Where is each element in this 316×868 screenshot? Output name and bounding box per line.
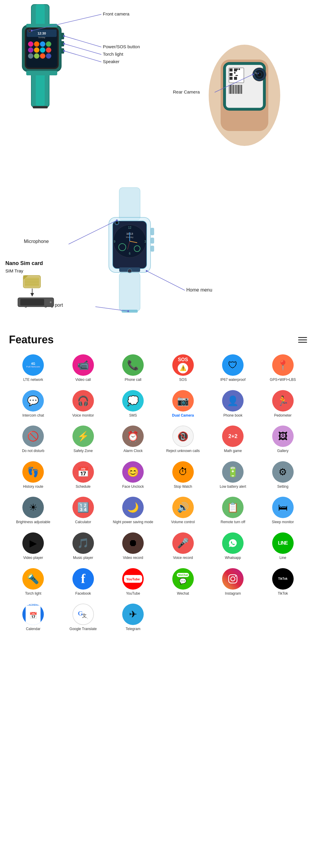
icon-label-volume-control: Volume control: [171, 520, 195, 525]
icon-item-lte: 4G Full Netcom LTE network: [9, 352, 58, 385]
icon-label-tiktok: TikTok: [278, 591, 288, 596]
icon-item-voice-monitor: 🎧 Voice monitor: [59, 388, 108, 421]
icon-circle-gps: 📍: [272, 354, 294, 376]
icon-item-google-translate: G 文 Google Translate: [59, 601, 108, 634]
svg-point-32: [31, 30, 32, 32]
icon-label-line: Line: [279, 556, 286, 560]
hamburger-line-2: [298, 339, 307, 340]
svg-rect-64: [238, 85, 239, 94]
icon-item-video-record: ⏺ Video record: [109, 530, 157, 563]
svg-point-126: [231, 577, 235, 581]
svg-rect-58: [230, 85, 231, 94]
icon-item-voice-record: 🎤 Voice record: [159, 530, 207, 563]
svg-point-72: [255, 72, 257, 74]
icon-circle-telegram: ✈: [122, 603, 144, 625]
svg-point-13: [34, 48, 39, 53]
icon-item-youtube: YouTube YouTube: [109, 566, 157, 598]
icon-circle-dual-camera: 📷: [172, 390, 194, 411]
icon-circle-video-call: 📹: [73, 354, 94, 376]
svg-text:Rear Camera: Rear Camera: [173, 89, 200, 94]
icon-circle-gallery: 🖼: [272, 426, 294, 447]
icon-circle-torch: 🔦: [22, 568, 44, 590]
icon-item-dual-camera: 📷 Dual Camera: [159, 388, 207, 421]
hamburger-menu[interactable]: [298, 337, 307, 343]
svg-rect-63: [237, 85, 238, 94]
icon-circle-calendar: CALENDAR 📅: [22, 603, 44, 625]
icon-label-video-call: Video call: [76, 378, 91, 382]
icon-label-math-game: Math game: [224, 449, 242, 454]
icon-circle-instagram: [222, 568, 243, 590]
svg-point-102: [127, 310, 129, 312]
icon-circle-stopwatch: ⏱: [172, 461, 194, 483]
svg-rect-66: [241, 85, 242, 94]
icon-label-dual-camera: Dual Camera: [172, 413, 194, 418]
icon-circle-whatsapp: [222, 532, 243, 554]
icon-label-ip67: IP67 waterproof: [220, 378, 246, 382]
icon-label-lte: LTE network: [23, 378, 43, 382]
svg-rect-95: [122, 310, 138, 313]
svg-rect-111: [25, 278, 39, 286]
svg-point-34: [63, 35, 65, 37]
icon-circle-intercom: 💬: [22, 390, 44, 411]
icon-label-stopwatch: Stop Watch: [174, 485, 192, 489]
svg-text:Nano Sim card: Nano Sim card: [5, 260, 43, 266]
svg-rect-61: [235, 85, 235, 94]
svg-rect-28: [33, 106, 48, 108]
svg-text:Speaker: Speaker: [103, 59, 119, 64]
svg-line-39: [64, 51, 102, 62]
icon-item-pedometer: 🏃 Pedometer: [259, 388, 307, 421]
svg-point-105: [116, 219, 118, 221]
icon-label-whatsapp: Whatsapp: [225, 556, 241, 560]
icon-item-gps: 📍 GPS+WIFI+LBS: [259, 352, 307, 385]
svg-rect-50: [236, 68, 238, 70]
icon-label-facebook: Facebook: [75, 591, 91, 596]
svg-rect-94: [119, 273, 140, 311]
icon-item-reject-calls: 📵 Reject unknown calls: [159, 423, 207, 456]
annotation-front-camera: Front camera: [103, 11, 130, 17]
svg-point-12: [28, 48, 33, 53]
svg-rect-52: [234, 72, 235, 73]
svg-point-127: [235, 576, 236, 577]
icon-label-phone-book: Phone book: [223, 413, 242, 418]
icon-circle-sms: 💭: [122, 390, 144, 411]
icon-circle-reject-calls: 📵: [172, 426, 194, 447]
icon-item-calendar: CALENDAR 📅 Calendar: [9, 601, 58, 634]
icon-circle-schedule: 📅: [73, 461, 94, 483]
svg-rect-65: [240, 85, 240, 94]
icon-circle-phone-book: 👤: [222, 390, 243, 411]
icon-label-youtube: YouTube: [126, 591, 140, 596]
icon-item-remote-turnoff: 📋 Remote turn off: [209, 494, 257, 527]
icon-label-gallery: Gallery: [277, 449, 289, 454]
svg-line-121: [147, 271, 185, 290]
svg-rect-56: [234, 77, 237, 80]
svg-point-10: [40, 41, 45, 47]
svg-rect-47: [230, 68, 232, 71]
icon-circle-history-route: 👣: [22, 461, 44, 483]
svg-point-100: [116, 221, 118, 224]
icon-circle-voice-monitor: 🎧: [73, 390, 94, 411]
svg-point-37: [63, 43, 65, 45]
icon-item-tiktok: TikTok TikTok: [259, 566, 307, 598]
icon-item-sms: 💭 SMS: [109, 388, 157, 421]
icon-item-telegram: ✈ Telegram: [109, 601, 157, 634]
svg-marker-117: [30, 293, 34, 297]
svg-point-75: [252, 73, 254, 75]
icon-circle-night-power: 🌙: [122, 497, 144, 518]
icon-label-gps: GPS+WIFI+LBS: [270, 378, 296, 382]
icon-circle-google-translate: G 文: [73, 603, 94, 625]
icon-item-setting: ⚙ Setting: [259, 459, 307, 492]
svg-text:6: 6: [129, 252, 131, 255]
svg-text:Sunday: Sunday: [38, 36, 45, 39]
svg-rect-57: [229, 85, 230, 94]
svg-rect-119: [20, 299, 44, 306]
icon-circle-lte: 4G Full Netcom: [22, 354, 44, 376]
icon-circle-music-player: 🎵: [73, 532, 94, 554]
icon-circle-youtube: YouTube: [122, 568, 144, 590]
icon-circle-facebook: f: [73, 568, 94, 590]
svg-text:Home menu: Home menu: [186, 287, 212, 292]
icon-item-safety-zone: ⚡ Safety Zone: [59, 423, 108, 456]
icon-circle-calculator: 🔢: [73, 497, 94, 518]
icon-circle-safety-zone: ⚡: [73, 426, 94, 447]
svg-point-11: [46, 41, 51, 47]
svg-rect-77: [119, 188, 140, 220]
